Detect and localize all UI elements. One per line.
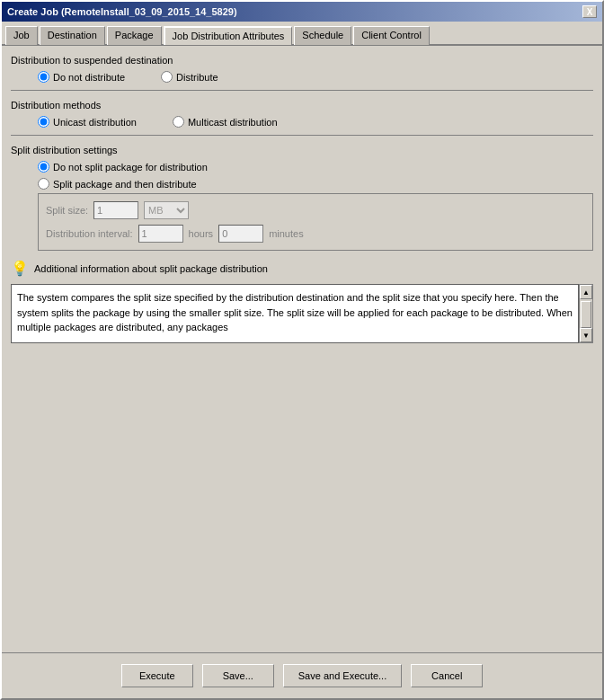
scrollbar-vertical[interactable]: ▲ ▼ xyxy=(579,284,593,343)
content-area: Distribution to suspended destination Do… xyxy=(2,46,602,652)
save-execute-button[interactable]: Save and Execute... xyxy=(283,664,402,687)
hours-label: hours xyxy=(189,228,214,239)
split-section-title: Split distribution settings xyxy=(11,145,593,155)
multicast-option[interactable]: Multicast distribution xyxy=(173,116,278,128)
execute-button[interactable]: Execute xyxy=(121,664,193,687)
split-size-unit-select[interactable]: MB GB xyxy=(144,201,189,219)
multicast-radio[interactable] xyxy=(173,116,184,128)
tab-bar: Job Destination Package Job Distribution… xyxy=(2,22,602,46)
tab-destination[interactable]: Destination xyxy=(40,26,105,45)
scroll-down-arrow[interactable]: ▼ xyxy=(580,328,592,342)
distribute-option[interactable]: Distribute xyxy=(161,71,218,83)
split-section: Split distribution settings Do not split… xyxy=(11,145,593,251)
scroll-up-arrow[interactable]: ▲ xyxy=(580,285,592,299)
info-label: Additional information about split packa… xyxy=(34,263,268,274)
methods-radio-group: Unicast distribution Multicast distribut… xyxy=(11,116,593,128)
minutes-input[interactable] xyxy=(218,225,263,243)
title-bar: Create Job (RemoteInstall_03_09_2015_14_… xyxy=(2,2,602,22)
tab-schedule[interactable]: Schedule xyxy=(294,26,351,45)
unicast-radio[interactable] xyxy=(38,116,49,128)
suspended-section-title: Distribution to suspended destination xyxy=(11,55,593,66)
separator-2 xyxy=(11,135,593,136)
distribution-interval-label: Distribution interval: xyxy=(46,228,133,239)
close-button[interactable]: X xyxy=(582,5,597,18)
minutes-label: minutes xyxy=(269,228,304,239)
window-title: Create Job (RemoteInstall_03_09_2015_14_… xyxy=(7,6,237,17)
separator-1 xyxy=(11,90,593,91)
split-and-distribute-radio[interactable] xyxy=(38,178,49,190)
do-not-split-radio[interactable] xyxy=(38,161,49,173)
save-button[interactable]: Save... xyxy=(202,664,274,687)
main-window: Create Job (RemoteInstall_03_09_2015_14_… xyxy=(0,0,604,700)
info-textbox[interactable]: The system compares the split size speci… xyxy=(11,284,579,343)
distribution-interval-row: Distribution interval: hours minutes xyxy=(46,225,585,243)
tab-client-control[interactable]: Client Control xyxy=(353,26,430,45)
tab-job[interactable]: Job xyxy=(5,26,38,45)
info-textbox-wrapper: The system compares the split size speci… xyxy=(11,284,593,343)
split-settings-box: Split size: MB GB Distribution interval:… xyxy=(38,193,593,251)
split-radio-group: Do not split package for distribution Sp… xyxy=(11,161,593,190)
cancel-button[interactable]: Cancel xyxy=(411,664,483,687)
methods-section-title: Distribution methods xyxy=(11,100,593,111)
split-and-distribute-option[interactable]: Split package and then distribute xyxy=(38,178,593,190)
methods-section: Distribution methods Unicast distributio… xyxy=(11,100,593,136)
unicast-option[interactable]: Unicast distribution xyxy=(38,116,137,128)
suspended-section: Distribution to suspended destination Do… xyxy=(11,55,593,91)
hours-input[interactable] xyxy=(138,225,183,243)
tab-package[interactable]: Package xyxy=(107,26,162,45)
suspended-radio-group: Do not distribute Distribute xyxy=(11,71,593,83)
footer: Execute Save... Save and Execute... Canc… xyxy=(2,652,602,698)
do-not-distribute-radio[interactable] xyxy=(38,71,49,83)
split-size-label: Split size: xyxy=(46,205,88,216)
split-size-row: Split size: MB GB xyxy=(46,201,585,219)
do-not-distribute-option[interactable]: Do not distribute xyxy=(38,71,125,83)
bulb-icon: 💡 xyxy=(11,260,29,277)
distribute-radio[interactable] xyxy=(161,71,173,83)
do-not-split-option[interactable]: Do not split package for distribution xyxy=(38,161,593,173)
tab-job-distribution-attributes[interactable]: Job Distribution Attributes xyxy=(164,26,293,45)
split-size-input[interactable] xyxy=(93,201,138,219)
info-label-row: 💡 Additional information about split pac… xyxy=(11,260,593,277)
info-section: 💡 Additional information about split pac… xyxy=(11,260,593,343)
scroll-thumb[interactable] xyxy=(581,301,591,328)
